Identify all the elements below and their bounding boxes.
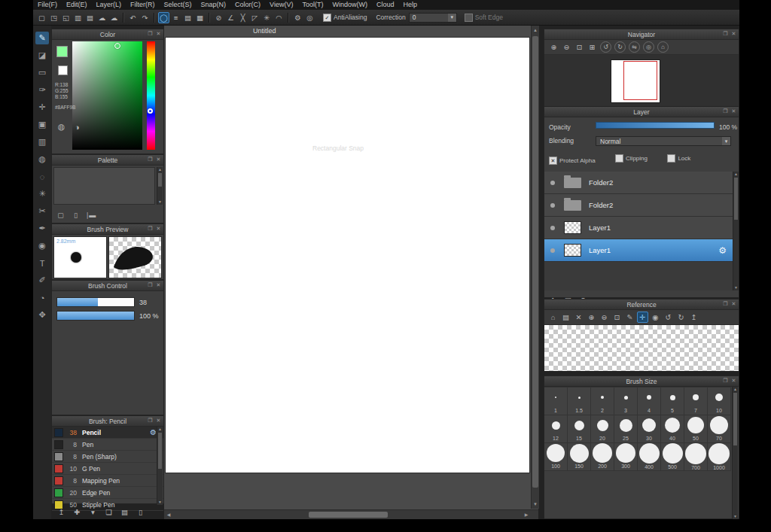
nav-rotate-cw-icon[interactable]: ↻ (614, 41, 626, 53)
menu-help[interactable]: Help (398, 0, 422, 10)
reference-image-area[interactable] (544, 325, 739, 371)
panel-float-icon[interactable]: ❐ (722, 30, 729, 37)
delete-brush-icon[interactable]: ▯ (135, 506, 146, 518)
panel-close-icon[interactable]: ✕ (155, 30, 162, 37)
brush-size-cell-400[interactable]: 400 (638, 443, 661, 471)
layer-opacity-slider[interactable] (596, 122, 715, 129)
panel-close-icon[interactable]: ✕ (155, 417, 162, 424)
panel-close-icon[interactable]: ✕ (730, 108, 737, 114)
soft-edge-checkbox-box[interactable] (465, 14, 473, 22)
brush-item-pencil[interactable]: 38Pencil⚙ (52, 427, 163, 439)
brush-folder-icon[interactable]: ▤ (119, 506, 130, 518)
scroll-up-icon[interactable]: ▲ (532, 26, 539, 34)
brush-size-cell-7[interactable]: 7 (684, 388, 708, 415)
snap-settings-icon[interactable]: ⚙ (292, 12, 303, 23)
menu-filter-r[interactable]: Filter(R) (126, 0, 160, 10)
palette-line-icon[interactable]: ∣▬ (85, 209, 96, 220)
brush-size-scrollbar[interactable]: ▲ ▼ (732, 387, 738, 519)
scroll-down-icon[interactable]: ▼ (532, 500, 539, 508)
brush-size-cell-500[interactable]: 500 (661, 443, 684, 471)
layer-visibility-icon[interactable] (550, 181, 555, 185)
brush-item-pen[interactable]: 8Pen (52, 439, 163, 451)
cloud-upload-icon[interactable]: ☁ (96, 12, 108, 23)
hatch-icon[interactable]: ▤ (182, 12, 194, 23)
panel-float-icon[interactable]: ❐ (147, 281, 154, 288)
brush-size-cell-2[interactable]: 2 (591, 388, 614, 415)
add-brush-icon[interactable]: ✚ (72, 506, 83, 518)
drawing-canvas[interactable]: Rectangular Snap (166, 38, 529, 473)
brush-preview-header[interactable]: Brush Preview ❐✕ (52, 224, 163, 235)
lock-checkbox-box[interactable] (667, 154, 675, 163)
scroll-up-icon[interactable]: ▲ (733, 172, 739, 177)
brush-opacity-slider[interactable] (56, 311, 135, 321)
pen-tool[interactable]: ✎ (35, 32, 49, 44)
palette-panel-header[interactable]: Palette ❐✕ (52, 155, 163, 166)
saturation-value-picker[interactable] (72, 41, 142, 150)
ref-rotate-cw-icon[interactable]: ↻ (675, 312, 687, 323)
canvas-vertical-scrollbar-thumb[interactable] (532, 36, 538, 488)
antialiasing-checkbox-box[interactable]: ✓ (323, 14, 331, 22)
soft-edge-checkbox[interactable]: Soft Edge (465, 14, 503, 22)
panel-float-icon[interactable]: ❐ (147, 30, 154, 37)
brush-size-cell-3[interactable]: 3 (614, 388, 638, 415)
brush-size-slider[interactable] (56, 297, 135, 307)
bucket-tool[interactable]: ◍ (35, 153, 49, 166)
panel-close-icon[interactable]: ✕ (730, 30, 737, 37)
brush-list-scrollbar[interactable]: ▲ ▼ (157, 427, 163, 505)
scroll-down-icon[interactable]: ▼ (733, 285, 739, 290)
scroll-down-icon[interactable]: ▼ (733, 514, 738, 519)
palette-scrollbar[interactable]: ▲ ▼ (157, 167, 163, 205)
panel-close-icon[interactable]: ✕ (155, 281, 162, 288)
blending-dropdown[interactable]: Normal ▾ (596, 136, 731, 146)
canvas-horizontal-scrollbar[interactable]: ◀ ▶ (164, 509, 538, 519)
magic-wand-tool[interactable]: ✳ (35, 187, 49, 200)
ref-eye-icon[interactable]: ◉ (650, 312, 661, 323)
save-as-icon[interactable]: ▥ (72, 12, 84, 23)
parallel-lines-icon[interactable]: ≡ (170, 12, 181, 23)
undo-icon[interactable]: ↶ (127, 12, 139, 23)
brush-item-g-pen[interactable]: 10G Pen (52, 463, 163, 475)
panel-float-icon[interactable]: ❐ (722, 300, 729, 307)
scroll-up-icon[interactable]: ▲ (157, 427, 163, 432)
brush-tool[interactable]: ✑ (35, 84, 49, 96)
brush-size-cell-50[interactable]: 50 (684, 415, 708, 443)
color-bar-icon[interactable]: ◑ (72, 121, 83, 132)
eraser-tool[interactable]: ◪ (35, 49, 49, 62)
panel-float-icon[interactable]: ❐ (147, 156, 154, 163)
brush-size-header[interactable]: Brush Size ❐✕ (544, 376, 739, 387)
canvas-vertical-scrollbar[interactable]: ▲ ▼ (531, 26, 539, 509)
ref-close-icon[interactable]: ✕ (573, 312, 584, 323)
layer-visibility-icon[interactable] (550, 203, 555, 208)
reference-header[interactable]: Reference ❐✕ (544, 299, 739, 310)
layer-settings-icon[interactable]: ⚙ (718, 245, 727, 256)
menu-snap-n[interactable]: Snap(N) (197, 0, 231, 10)
background-color-swatch[interactable] (58, 65, 68, 75)
layer-list-scrollbar-thumb[interactable] (734, 178, 738, 220)
brush-item-edge-pen[interactable]: 20Edge Pen (52, 487, 163, 499)
hue-slider[interactable] (147, 41, 155, 150)
scroll-right-icon[interactable]: ▶ (523, 511, 530, 518)
panel-float-icon[interactable]: ❐ (722, 108, 729, 114)
brush-menu-icon[interactable]: ▾ (87, 506, 99, 518)
brush-size-cell-10[interactable]: 10 (708, 388, 731, 415)
select-rect-tool[interactable]: ▭ (35, 66, 49, 79)
protect-alpha-checkbox-box[interactable]: ✕ (549, 157, 557, 165)
ref-zoom-out-icon[interactable]: ⊖ (599, 312, 610, 323)
ref-open-icon[interactable]: ▤ (560, 312, 571, 323)
brush-size-cell-1-5[interactable]: 1.5 (568, 388, 591, 415)
snap-parallel-icon[interactable]: ∠ (225, 12, 236, 23)
move-tool[interactable]: ✛ (35, 101, 49, 114)
navigator-thumbnail[interactable] (611, 59, 660, 103)
correction-dropdown-arrow-icon[interactable]: ▾ (448, 14, 456, 22)
brush-size-cell-150[interactable]: 150 (568, 443, 591, 471)
panel-close-icon[interactable]: ✕ (155, 156, 162, 163)
brush-item-pen-sharp[interactable]: 8Pen (Sharp) (52, 451, 163, 463)
menu-layer-l[interactable]: Layer(L) (92, 0, 126, 10)
new-canvas-icon[interactable]: ▢ (36, 12, 47, 23)
ref-hand-icon[interactable]: ✛ (637, 312, 648, 323)
divide-tool[interactable]: ✂ (35, 205, 49, 217)
brush-size-cell-25[interactable]: 25 (614, 415, 638, 443)
menu-cloud[interactable]: Cloud (372, 0, 399, 10)
menu-file-f[interactable]: File(F) (33, 0, 62, 10)
hand-tool[interactable]: ✥ (35, 309, 49, 321)
